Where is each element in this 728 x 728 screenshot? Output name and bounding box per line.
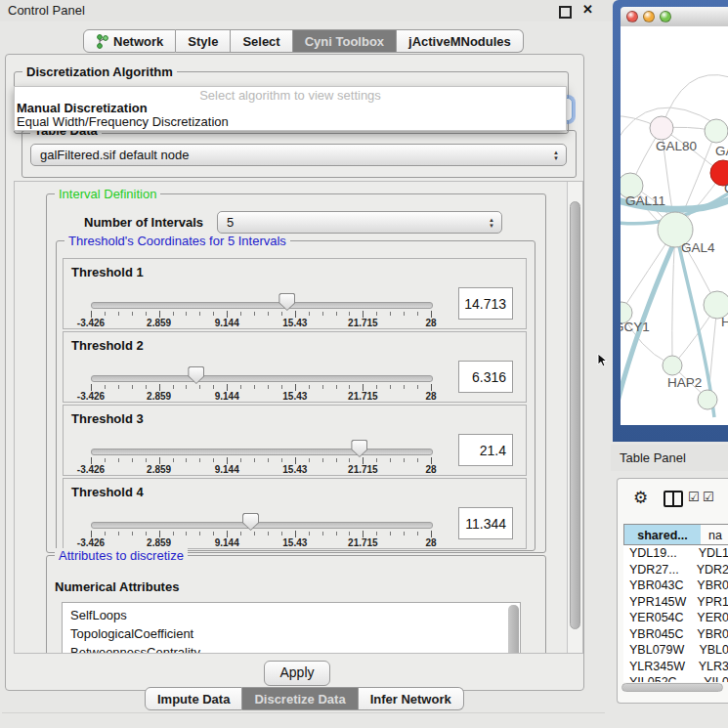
threshold-label: Threshold 4: [71, 485, 144, 499]
cell-name[interactable]: YDL1: [689, 545, 728, 562]
tick-label: 9.144: [215, 318, 239, 328]
cell-shared-name[interactable]: YER054C: [623, 610, 687, 626]
apply-button[interactable]: Apply: [264, 661, 330, 686]
slider-track[interactable]: [91, 302, 433, 309]
table-data-combobox[interactable]: galFiltered.sif default node ▲▼: [30, 144, 567, 166]
column-header-shared[interactable]: shared...: [623, 524, 702, 545]
float-window-icon[interactable]: [559, 6, 572, 19]
attribute-item-selfloops[interactable]: SelfLoops: [63, 606, 520, 624]
tick-label: 21.715: [348, 537, 378, 548]
cell-shared-name[interactable]: YPR145W: [623, 594, 687, 611]
bottom-tab-strip: Impute DataDiscretize DataInfer Network: [145, 687, 464, 710]
network-canvas[interactable]: GAL80GACGAL11GAL4GCY1HHAP2: [621, 26, 728, 425]
cell-name[interactable]: YBL0: [689, 642, 728, 659]
checkbox-checked-icon[interactable]: ☑: [703, 490, 714, 504]
cell-name[interactable]: YBR0: [687, 626, 728, 643]
combo-stepper-icon[interactable]: ▲▼: [489, 212, 494, 233]
cell-shared-name[interactable]: YBR043C: [623, 578, 687, 594]
horizontal-scrollbar-thumb[interactable]: [621, 683, 723, 692]
slider-track[interactable]: [91, 449, 433, 455]
table-row[interactable]: YIL052CYIL0: [623, 674, 728, 682]
threshold-value-field[interactable]: 21.4: [458, 434, 513, 466]
column-header-name[interactable]: na: [701, 524, 728, 545]
threshold-value-field[interactable]: 6.316: [458, 361, 513, 393]
slider-track[interactable]: [91, 375, 433, 382]
threshold-panel-4: Threshold 4-3.4262.8599.14415.4321.71528…: [63, 478, 527, 549]
tab-infer-network[interactable]: Infer Network: [359, 687, 464, 710]
cell-name[interactable]: YLR3: [689, 659, 728, 675]
node-label: GAL80: [656, 139, 697, 153]
vertical-scrollbar[interactable]: [567, 182, 582, 653]
network-node-gal80[interactable]: [650, 116, 673, 140]
table-panel: ⚙ ☑ ☑ shared... na YDL19...YDL1YDR27...Y…: [617, 478, 728, 704]
vertical-scrollbar-thumb[interactable]: [570, 201, 580, 629]
list-scrollbar-thumb[interactable]: [508, 605, 519, 654]
cell-name[interactable]: YDR2: [687, 562, 728, 578]
checkbox-checked-icon[interactable]: ☑: [688, 490, 700, 504]
dropdown-option-manual-discretization[interactable]: Manual Discretization: [17, 101, 148, 115]
table-row[interactable]: YDL19...YDL1: [623, 545, 728, 562]
thresholds-group: Threshold's Coordinates for 5 Intervals …: [56, 240, 535, 551]
cell-shared-name[interactable]: YIL052C: [623, 674, 694, 682]
table-row[interactable]: YBL079WYBL0: [623, 642, 728, 659]
cell-name[interactable]: YER0: [687, 610, 728, 626]
attribute-item-betweennesscentrality[interactable]: BetweennessCentrality: [63, 643, 520, 654]
dropdown-option-equal-width-frequency-discretization[interactable]: Equal Width/Frequency Discretization: [17, 114, 229, 129]
mac-zoom-button[interactable]: [660, 11, 671, 22]
table-row[interactable]: YLR345WYLR3: [623, 659, 728, 675]
table-row[interactable]: YER054CYER0: [623, 610, 728, 626]
network-graph[interactable]: GAL80GACGAL11GAL4GCY1HHAP2: [621, 26, 728, 425]
tab-network[interactable]: Network: [83, 29, 176, 53]
slider-track[interactable]: [91, 522, 433, 529]
panel-title: Control Panel: [8, 3, 85, 18]
threshold-label: Threshold 1: [71, 265, 144, 279]
numerical-attributes-list[interactable]: SelfLoopsTopologicalCoefficientBetweenne…: [62, 602, 521, 654]
attribute-item-topologicalcoefficient[interactable]: TopologicalCoefficient: [63, 624, 520, 643]
tick-label: 21.715: [348, 318, 378, 328]
cell-shared-name[interactable]: YDL19...: [623, 545, 689, 562]
threshold-panel-3: Threshold 3-3.4262.8599.14415.4321.71528…: [63, 405, 527, 476]
table-row[interactable]: YPR145WYPR1: [623, 594, 728, 611]
tab-style[interactable]: Style: [176, 29, 231, 53]
slider-tick-labels: -3.4262.8599.14415.4321.71528: [91, 391, 431, 402]
tick-label: 2.859: [147, 391, 171, 402]
threshold-value-field[interactable]: 14.713: [458, 287, 513, 320]
num-intervals-combobox[interactable]: 5 ▲▼: [217, 211, 502, 234]
table-row[interactable]: YBR043CYBR0: [623, 578, 728, 594]
tick-label: 15.43: [282, 391, 307, 402]
tab-label: jActiveMNodules: [408, 34, 511, 49]
mouse-cursor: [597, 353, 609, 368]
group-title: Attributes to discretize: [55, 548, 188, 563]
network-node[interactable]: [698, 390, 717, 409]
cell-name[interactable]: YPR1: [687, 594, 728, 611]
mac-minimize-button[interactable]: [643, 11, 655, 22]
tab-cyni-toolbox[interactable]: Cyni Toolbox: [293, 29, 397, 53]
network-window-titlebar[interactable]: [621, 7, 728, 27]
tab-discretize-data[interactable]: Discretize Data: [242, 687, 358, 710]
node-label: HAP2: [667, 375, 702, 390]
cell-shared-name[interactable]: YDR27...: [623, 562, 687, 578]
network-node-ga[interactable]: [705, 119, 728, 143]
slider-tick-labels: -3.4262.8599.14415.4321.71528: [91, 318, 431, 328]
slider-tick-labels: -3.4262.8599.14415.4321.71528: [91, 537, 431, 548]
cell-shared-name[interactable]: YBR045C: [623, 626, 687, 643]
tab-impute-data[interactable]: Impute Data: [145, 687, 242, 710]
cell-shared-name[interactable]: YLR345W: [623, 659, 689, 675]
cell-name[interactable]: YIL0: [694, 674, 728, 682]
tab-jactivemnodules[interactable]: jActiveMNodules: [397, 29, 524, 53]
tab-select[interactable]: Select: [231, 29, 292, 53]
cell-shared-name[interactable]: YBL079W: [623, 642, 689, 659]
combo-stepper-icon[interactable]: ▲▼: [553, 145, 559, 165]
network-node-hap2[interactable]: [663, 356, 682, 375]
gear-icon[interactable]: ⚙: [633, 488, 648, 508]
mac-close-button[interactable]: [626, 11, 638, 22]
table-data-group: Table Data galFiltered.sif default node …: [21, 130, 577, 178]
table-row[interactable]: YDR27...YDR2: [623, 562, 728, 578]
close-icon[interactable]: ✕: [582, 2, 593, 17]
columns-icon[interactable]: [664, 491, 683, 507]
table-row[interactable]: YBR045CYBR0: [623, 626, 728, 643]
threshold-value-field[interactable]: 11.344: [458, 507, 513, 539]
tick-label: -3.426: [77, 391, 105, 402]
cell-name[interactable]: YBR0: [687, 578, 728, 594]
num-intervals-value: 5: [227, 215, 234, 230]
